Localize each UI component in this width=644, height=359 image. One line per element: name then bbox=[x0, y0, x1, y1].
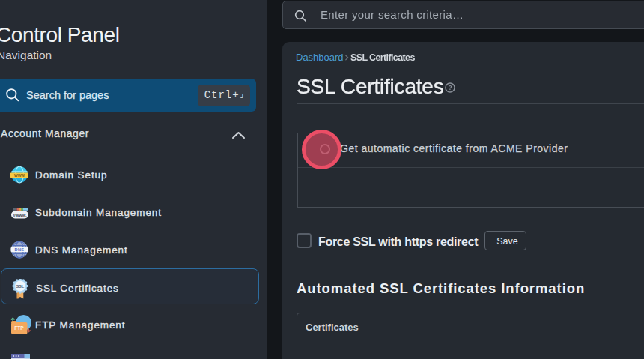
svg-text:WWW: WWW bbox=[14, 173, 25, 178]
svg-text://www.: //www. bbox=[13, 213, 27, 217]
svg-text:?: ? bbox=[448, 84, 452, 91]
svg-text:DNS: DNS bbox=[14, 247, 24, 252]
svg-text:FTP: FTP bbox=[14, 325, 24, 331]
svg-text:SSL: SSL bbox=[16, 284, 25, 289]
